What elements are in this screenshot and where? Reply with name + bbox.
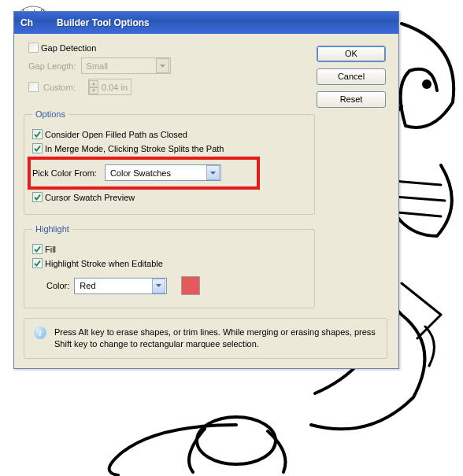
merge-mode-checkbox[interactable]: [32, 143, 43, 153]
consider-open-label: Consider Open Filled Path as Closed: [45, 130, 187, 139]
dialog: Ch Builder Tool Options OK Cancel Reset …: [13, 11, 399, 369]
color-value: Red: [75, 281, 151, 290]
cancel-button[interactable]: Cancel: [317, 68, 386, 85]
highlight-stroke-label: Highlight Stroke when Editable: [45, 259, 163, 268]
gap-detection-checkbox[interactable]: [28, 42, 39, 53]
highlight-group: Highlight Fill Highlight Stroke when Edi…: [24, 224, 315, 308]
gap-detection-label: Gap Detection: [41, 43, 96, 53]
title-prefix: Ch: [20, 17, 33, 28]
gap-group: Gap Detection Gap Length: Small Custom: …: [24, 40, 217, 103]
titlebar[interactable]: Ch Builder Tool Options: [14, 12, 398, 34]
fill-label: Fill: [45, 245, 56, 254]
gap-length-select[interactable]: Small: [81, 57, 171, 74]
cursor-swatch-checkbox[interactable]: [32, 192, 43, 202]
gap-length-label: Gap Length:: [28, 61, 76, 71]
highlight-stroke-checkbox[interactable]: [32, 258, 43, 268]
tip-text: Press Alt key to erase shapes, or trim l…: [54, 327, 377, 350]
gap-length-value: Small: [82, 61, 155, 71]
pick-color-label: Pick Color From:: [32, 168, 97, 178]
custom-value-field[interactable]: ▲▼ 0.04 in: [88, 79, 131, 95]
chevron-down-icon: [206, 165, 220, 180]
chevron-down-icon: [156, 58, 169, 73]
consider-open-checkbox[interactable]: [32, 129, 43, 139]
info-icon: i: [34, 327, 46, 339]
stepper-icon: ▲▼: [89, 80, 98, 94]
pick-color-select[interactable]: Color Swatches: [105, 164, 221, 181]
svg-point-0: [422, 79, 432, 89]
tip-box: i Press Alt key to erase shapes, or trim…: [24, 318, 387, 359]
fill-checkbox[interactable]: [32, 244, 43, 254]
color-label: Color:: [46, 281, 69, 290]
title: Builder Tool Options: [57, 17, 150, 28]
custom-value: 0.04 in: [98, 83, 131, 92]
ok-button[interactable]: OK: [317, 46, 386, 62]
options-group: Options Consider Open Filled Path as Clo…: [24, 109, 315, 215]
color-select[interactable]: Red: [74, 278, 167, 294]
custom-label: Custom:: [43, 83, 76, 92]
dialog-buttons: OK Cancel Reset: [317, 46, 386, 108]
options-legend: Options: [32, 109, 69, 119]
pick-color-value: Color Swatches: [106, 168, 206, 178]
highlight-legend: Highlight: [32, 224, 72, 234]
reset-button[interactable]: Reset: [317, 91, 386, 108]
cursor-swatch-label: Cursor Swatch Preview: [45, 193, 135, 202]
merge-mode-label: In Merge Mode, Clicking Stroke Splits th…: [45, 144, 224, 153]
color-swatch[interactable]: [181, 276, 200, 295]
custom-checkbox[interactable]: [28, 82, 39, 92]
chevron-down-icon: [152, 279, 165, 293]
